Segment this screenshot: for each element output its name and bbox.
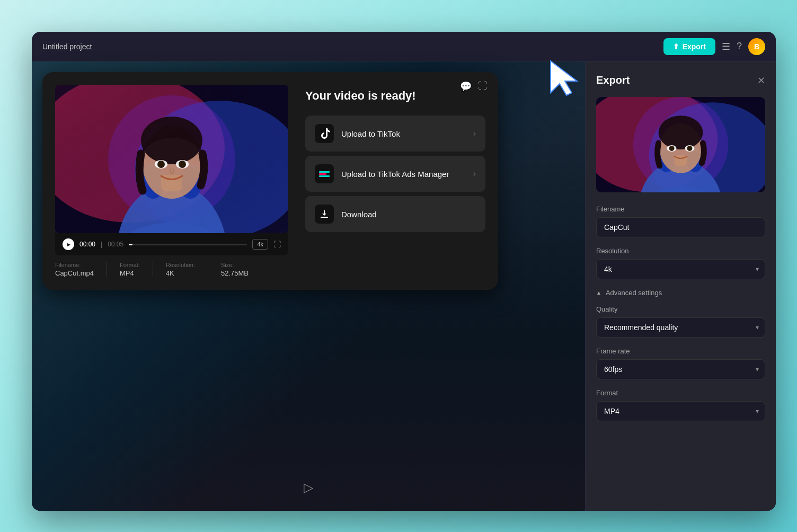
chevron-right-icon-ads: › bbox=[473, 169, 476, 179]
video-thumbnail bbox=[55, 85, 288, 233]
center-area: 💬 ⛶ bbox=[32, 61, 585, 511]
video-preview-image bbox=[55, 85, 288, 233]
export-frame-rate-label: Frame rate bbox=[596, 347, 765, 355]
export-thumbnail bbox=[596, 97, 765, 192]
bottom-play-button[interactable]: ▷ bbox=[304, 480, 313, 495]
app-window: Untitled project ⬆ Export ☰ ? B 💬 ⛶ bbox=[32, 32, 776, 511]
avatar-initial: B bbox=[754, 42, 759, 51]
format-select-wrapper: MP4 MOV AVI ▾ bbox=[596, 401, 765, 421]
format-label: Format: bbox=[120, 262, 140, 268]
filename-value: CapCut.mp4 bbox=[55, 269, 94, 277]
app-header: Untitled project ⬆ Export ☰ ? B bbox=[32, 32, 776, 61]
main-content: 💬 ⛶ bbox=[32, 61, 776, 511]
tiktok-icon bbox=[318, 128, 330, 139]
feedback-icon[interactable]: 💬 bbox=[460, 81, 472, 92]
resolution-label: Resolution: bbox=[166, 262, 195, 268]
export-thumb-image bbox=[596, 97, 765, 192]
tiktok-ads-icon-wrap bbox=[315, 164, 334, 183]
upload-tiktok-ads-button[interactable]: Upload to TikTok Ads Manager › bbox=[305, 156, 485, 192]
export-up-icon: ⬆ bbox=[673, 42, 679, 51]
video-modal: 💬 ⛶ bbox=[42, 72, 498, 290]
format-select[interactable]: MP4 MOV AVI bbox=[596, 401, 765, 421]
meta-format: Format: MP4 bbox=[120, 262, 140, 277]
video-meta: Filename: CapCut.mp4 Format: MP4 Resolut… bbox=[55, 262, 288, 277]
export-quality-label: Quality bbox=[596, 305, 765, 313]
play-icon: ▶ bbox=[67, 242, 70, 247]
tiktok-icon-wrap bbox=[315, 124, 334, 143]
progress-fill bbox=[129, 244, 132, 245]
quality-select[interactable]: Recommended quality High quality Standar… bbox=[596, 317, 765, 338]
download-button[interactable]: Download bbox=[305, 196, 485, 232]
svg-point-28 bbox=[687, 146, 692, 151]
resolution-field-wrap: Resolution 4k 2k 1080p 720p ▾ bbox=[596, 247, 765, 279]
frame-rate-field-wrap: Frame rate 60fps 30fps 24fps ▾ bbox=[596, 347, 765, 379]
header-title: Untitled project bbox=[42, 42, 92, 51]
portrait-svg bbox=[55, 85, 288, 233]
modal-top-icons: 💬 ⛶ bbox=[460, 81, 488, 92]
filename-field-wrap: Filename bbox=[596, 205, 765, 247]
quality-badge[interactable]: 4k bbox=[252, 239, 268, 250]
resolution-select-wrapper: 4k 2k 1080p 720p ▾ bbox=[596, 259, 765, 279]
format-value: MP4 bbox=[120, 269, 140, 277]
resolution-select[interactable]: 4k 2k 1080p 720p bbox=[596, 259, 765, 279]
menu-lines-icon[interactable]: ☰ bbox=[722, 41, 730, 52]
time-total: 00:05 bbox=[108, 241, 123, 248]
close-export-panel-button[interactable]: ✕ bbox=[757, 75, 765, 86]
action-list: Upload to TikTok › bbox=[305, 116, 485, 232]
svg-rect-14 bbox=[55, 85, 288, 233]
chevron-right-icon: › bbox=[473, 129, 476, 138]
export-filename-label: Filename bbox=[596, 205, 765, 213]
progress-bar[interactable] bbox=[129, 244, 247, 245]
export-btn-label: Export bbox=[683, 42, 706, 51]
tiktok-label: Upload to TikTok bbox=[341, 129, 466, 138]
download-icon bbox=[318, 208, 330, 220]
modal-right: Your video is ready! Upload to TikTok bbox=[305, 85, 485, 277]
play-button[interactable]: ▶ bbox=[63, 238, 74, 250]
export-panel-header: Export ✕ bbox=[596, 74, 765, 86]
meta-resolution: Resolution: 4K bbox=[166, 262, 195, 277]
header-right: ⬆ Export ☰ ? B bbox=[663, 38, 765, 55]
tiktok-ads-label: Upload to TikTok Ads Manager bbox=[341, 170, 466, 179]
frame-rate-select[interactable]: 60fps 30fps 24fps bbox=[596, 359, 765, 379]
size-label: Size: bbox=[221, 262, 249, 268]
fullscreen-button[interactable]: ⛶ bbox=[273, 240, 281, 249]
meta-size: Size: 52.75MB bbox=[221, 262, 249, 277]
meta-filename: Filename: CapCut.mp4 bbox=[55, 262, 94, 277]
avatar[interactable]: B bbox=[748, 38, 765, 55]
export-format-label: Format bbox=[596, 389, 765, 397]
help-circle-icon[interactable]: ? bbox=[737, 41, 742, 52]
export-button[interactable]: ⬆ Export bbox=[663, 38, 715, 55]
filename-label: Filename: bbox=[55, 262, 94, 268]
size-value: 52.75MB bbox=[221, 269, 249, 277]
quality-field-wrap: Quality Recommended quality High quality… bbox=[596, 305, 765, 338]
chevron-up-icon: ▲ bbox=[596, 290, 601, 296]
resolution-value: 4K bbox=[166, 269, 195, 277]
quality-select-wrapper: Recommended quality High quality Standar… bbox=[596, 317, 765, 338]
tiktok-ads-icon bbox=[319, 171, 330, 177]
video-controls: ▶ 00:00 | 00:05 4k ⛶ bbox=[55, 233, 288, 255]
expand-icon[interactable]: ⛶ bbox=[478, 81, 488, 92]
upload-tiktok-button[interactable]: Upload to TikTok › bbox=[305, 116, 485, 152]
format-field-wrap: Format MP4 MOV AVI ▾ bbox=[596, 389, 765, 421]
download-label: Download bbox=[341, 210, 476, 219]
export-thumb-svg bbox=[596, 97, 765, 192]
export-resolution-label: Resolution bbox=[596, 247, 765, 255]
advanced-settings-toggle[interactable]: ▲ Advanced settings bbox=[596, 289, 765, 297]
frame-rate-select-wrapper: 60fps 30fps 24fps ▾ bbox=[596, 359, 765, 379]
video-player-section: ▶ 00:00 | 00:05 4k ⛶ bbox=[55, 85, 288, 277]
export-panel: Export ✕ bbox=[585, 61, 776, 511]
svg-point-24 bbox=[659, 116, 703, 149]
svg-point-26 bbox=[669, 146, 675, 151]
export-panel-title-text: Export bbox=[596, 74, 630, 86]
modal-body: ▶ 00:00 | 00:05 4k ⛶ bbox=[55, 85, 485, 277]
video-ready-title: Your video is ready! bbox=[305, 89, 485, 103]
export-filename-input[interactable] bbox=[596, 217, 765, 237]
time-current: 00:00 bbox=[79, 241, 95, 248]
advanced-settings-label: Advanced settings bbox=[606, 289, 662, 297]
download-icon-wrap bbox=[315, 205, 334, 224]
